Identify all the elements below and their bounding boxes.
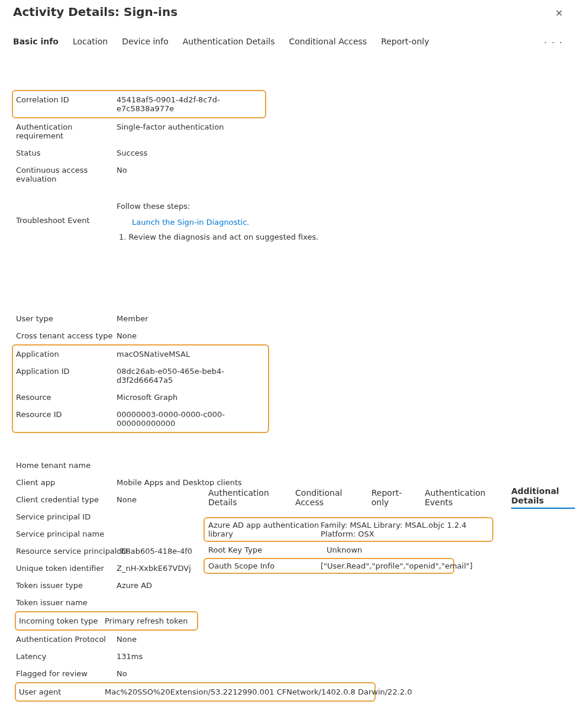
label-user-agent: User agent	[19, 687, 105, 696]
label-root-key-type: Root Key Type	[208, 545, 327, 554]
tab-conditional-access[interactable]: Conditional Access	[289, 37, 367, 49]
tab-auth-details[interactable]: Authentication Details	[183, 37, 275, 49]
text-step-1: Review the diagnosis and act on suggeste…	[119, 233, 572, 241]
extra-tab-conditional-access[interactable]: Conditional Access	[295, 488, 355, 507]
extra-tabs: Authentication Details Conditional Acces…	[208, 486, 575, 509]
label-unique-token-id: Unique token identifier	[16, 564, 117, 573]
extra-tab-auth-events[interactable]: Authentication Events	[425, 488, 495, 507]
text-follow-steps: Follow these steps:	[117, 202, 572, 211]
label-cross-tenant: Cross tenant access type	[16, 331, 117, 340]
label-latency: Latency	[16, 652, 117, 661]
label-flagged: Flagged for review	[16, 669, 117, 678]
label-client-app: Client app	[16, 478, 117, 487]
highlight-correlation: Correlation ID 45418af5-0901-4d2f-8c7d-e…	[12, 90, 266, 118]
label-user-type: User type	[16, 314, 117, 323]
label-sp-name: Service principal name	[16, 529, 117, 538]
label-rsp-id: Resource service principal ID	[16, 547, 117, 556]
more-icon[interactable]: · · ·	[544, 38, 563, 47]
highlight-user-agent: User agent Mac%20SSO%20Extension/53.2212…	[15, 682, 376, 702]
page-title: Activity Details: Sign-ins	[13, 5, 177, 19]
tab-report-only[interactable]: Report-only	[381, 37, 429, 49]
extra-tab-auth-details[interactable]: Authentication Details	[208, 488, 279, 507]
extra-tab-report-only[interactable]: Report-only	[371, 488, 408, 507]
value-user-type: Member	[117, 314, 148, 323]
value-latency: 131ms	[117, 652, 143, 661]
value-resource: Microsoft Graph	[117, 393, 177, 402]
value-incoming-token: Primary refresh token	[105, 616, 188, 625]
value-status: Success	[117, 148, 147, 157]
label-sp-id: Service principal ID	[16, 512, 117, 521]
label-resource: Resource	[16, 393, 117, 402]
close-icon[interactable]: ✕	[555, 5, 575, 19]
tabs: Basic info Location Device info Authenti…	[13, 37, 575, 49]
additional-details-panel: Authentication Details Conditional Acces…	[208, 486, 575, 574]
value-cae: No	[117, 166, 127, 175]
label-application: Application	[16, 350, 117, 359]
label-status: Status	[16, 148, 117, 157]
highlight-application: Application macOSNativeMSAL Application …	[12, 344, 269, 433]
value-oauth-scope: ["User.Read","profile","openid","email"]	[321, 561, 473, 570]
tab-basic-info[interactable]: Basic info	[13, 37, 59, 49]
value-root-key-type: Unknown	[327, 545, 362, 554]
value-cross-tenant: None	[117, 331, 137, 340]
label-resource-id: Resource ID	[16, 410, 117, 419]
value-correlation-id: 45418af5-0901-4d2f-8c7d-e7c5838a977e	[117, 95, 262, 113]
value-auth-protocol: None	[117, 635, 137, 644]
label-correlation-id: Correlation ID	[16, 95, 117, 104]
value-auth-library: Family: MSAL Library: MSAL.objc 1.2.4 Pl…	[321, 521, 489, 538]
label-home-tenant: Home tenant name	[16, 461, 117, 470]
value-unique-token-id: Z_nH-XxbkE67VDVj	[117, 564, 191, 573]
value-resource-id: 00000003-0000-0000-c000-000000000000	[117, 410, 265, 428]
highlight-oauth-scope: Oauth Scope Info ["User.Read","profile",…	[203, 558, 454, 574]
link-launch-diagnostic[interactable]: Launch the Sign-in Diagnostic.	[132, 218, 250, 227]
label-cae: Continuous access evaluation	[16, 166, 117, 183]
label-auth-protocol: Authentication Protocol	[16, 635, 117, 644]
label-incoming-token: Incoming token type	[19, 616, 105, 625]
highlight-incoming-token: Incoming token type Primary refresh toke…	[15, 611, 198, 631]
value-token-issuer-type: Azure AD	[117, 581, 152, 590]
value-flagged: No	[117, 669, 127, 678]
value-user-agent: Mac%20SSO%20Extension/53.2212990.001 CFN…	[105, 687, 412, 696]
value-application: macOSNativeMSAL	[117, 350, 190, 359]
tab-location[interactable]: Location	[73, 37, 108, 49]
label-token-issuer-type: Token issuer type	[16, 581, 117, 590]
extra-tab-additional-details[interactable]: Additional Details	[511, 486, 575, 509]
value-application-id: 08dc26ab-e050-465e-beb4-d3f2d66647a5	[117, 367, 265, 385]
tab-device-info[interactable]: Device info	[122, 37, 169, 49]
label-token-issuer-name: Token issuer name	[16, 598, 117, 607]
value-client-app: Mobile Apps and Desktop clients	[117, 478, 242, 487]
label-client-credential: Client credential type	[16, 495, 117, 504]
value-client-credential: None	[117, 495, 137, 504]
label-auth-requirement: Authentication requirement	[16, 122, 117, 140]
label-oauth-scope: Oauth Scope Info	[208, 561, 321, 570]
label-application-id: Application ID	[16, 367, 117, 376]
label-troubleshoot: Troubleshoot Event	[16, 202, 117, 225]
troubleshoot-section: Troubleshoot Event Follow these steps: L…	[13, 198, 575, 245]
label-auth-library: Azure AD app authentication library	[208, 521, 321, 538]
value-auth-requirement: Single-factor authentication	[117, 122, 224, 131]
highlight-auth-library: Azure AD app authentication library Fami…	[203, 517, 493, 542]
value-rsp-id: cb8ab605-418e-4f0	[117, 547, 192, 556]
